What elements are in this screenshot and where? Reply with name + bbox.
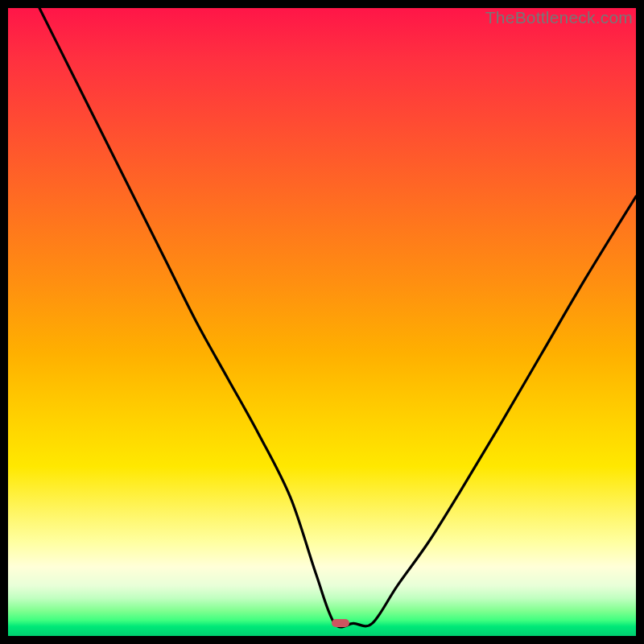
- bottleneck-curve: [39, 8, 636, 627]
- plot-area: [8, 8, 636, 636]
- chart-container: TheBottleneck.com: [0, 0, 644, 644]
- optimum-marker: [332, 619, 349, 627]
- curve-svg: [8, 8, 636, 636]
- watermark-text: TheBottleneck.com: [485, 8, 633, 27]
